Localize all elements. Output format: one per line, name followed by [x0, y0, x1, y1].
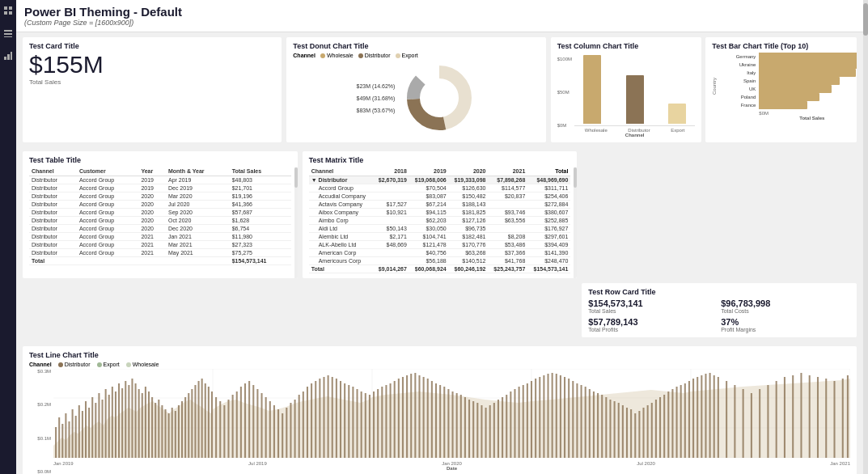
line-x-0: Jan 2019 — [53, 461, 74, 466]
svg-rect-181 — [676, 387, 678, 458]
svg-rect-178 — [663, 395, 665, 458]
matrix-row: Alembic Ltd$2,171$104,741$182,481$8,208$… — [309, 233, 571, 241]
svg-rect-109 — [377, 389, 379, 458]
svg-rect-108 — [373, 391, 375, 458]
bar-row-4: UK — [719, 85, 857, 93]
column-bars — [574, 53, 695, 126]
bar-label-6: France — [719, 103, 756, 108]
hbar-1 — [759, 61, 857, 69]
svg-rect-119 — [418, 375, 420, 458]
svg-rect-126 — [447, 389, 449, 458]
hbar-3 — [759, 77, 840, 85]
svg-rect-155 — [568, 379, 569, 458]
svg-rect-129 — [460, 395, 462, 458]
table-scroll-area[interactable]: Channel Customer Year Month & Year Total… — [29, 167, 291, 265]
svg-rect-41 — [118, 383, 120, 458]
col-y-2: $0M — [557, 123, 572, 128]
data-table: Channel Customer Year Month & Year Total… — [29, 167, 291, 265]
table-scrollbar-thumb[interactable] — [294, 167, 298, 188]
svg-rect-120 — [423, 377, 425, 458]
svg-rect-168 — [622, 405, 624, 458]
svg-rect-125 — [443, 387, 445, 458]
donut-label-2: $83M (53.67%) — [357, 108, 396, 113]
svg-rect-60 — [181, 401, 183, 458]
svg-rect-77 — [244, 383, 246, 458]
top-row: Test Card Title $155M Total Sales Test D… — [23, 37, 857, 142]
svg-rect-184 — [688, 381, 690, 458]
svg-rect-132 — [472, 401, 474, 458]
sidebar-icon-bar[interactable] — [2, 50, 14, 61]
svg-rect-85 — [277, 409, 279, 458]
svg-rect-70 — [215, 397, 217, 458]
svg-rect-68 — [208, 387, 210, 458]
svg-rect-197 — [767, 385, 768, 458]
table-scrollbar[interactable] — [294, 167, 298, 278]
svg-rect-164 — [605, 397, 607, 458]
bar-label-5: Poland — [719, 95, 756, 99]
svg-rect-136 — [489, 405, 491, 458]
svg-rect-65 — [198, 381, 200, 458]
svg-rect-3 — [9, 11, 12, 15]
column-widget: Test Column Chart Title $100M $50M $0M — [551, 37, 702, 142]
page-scrollbar[interactable] — [863, 0, 868, 474]
svg-rect-81 — [261, 393, 263, 458]
line-y-1: $0.2M — [29, 402, 51, 407]
matrix-scrollbar-thumb[interactable] — [574, 167, 577, 188]
svg-rect-48 — [142, 393, 143, 458]
svg-rect-193 — [734, 385, 735, 458]
matrix-scroll-area[interactable]: Channel 2018 2019 2020 2021 Total — [309, 167, 571, 273]
col-bar-0 — [574, 55, 610, 124]
svg-rect-160 — [589, 389, 591, 458]
matrix-col-3: 2020 — [449, 167, 489, 176]
page-scrollbar-thumb[interactable] — [863, 3, 868, 36]
sidebar-icon-grid[interactable] — [2, 5, 14, 16]
svg-rect-186 — [697, 377, 698, 458]
line-legend: Channel Distributor Export Wholesale — [29, 362, 850, 367]
svg-rect-156 — [572, 381, 574, 458]
svg-rect-175 — [651, 403, 653, 458]
svg-rect-161 — [593, 391, 595, 458]
svg-rect-117 — [410, 374, 412, 458]
svg-rect-50 — [148, 391, 150, 458]
svg-rect-100 — [340, 381, 341, 458]
legend-wholesale-dot — [320, 53, 325, 58]
sidebar-icon-list[interactable] — [2, 28, 14, 39]
svg-rect-73 — [227, 400, 229, 458]
col-year: Year — [138, 167, 166, 176]
bar-row-5: Poland — [719, 93, 857, 101]
legend-wholesale: Wholesale — [320, 53, 354, 58]
hbar-5 — [759, 93, 819, 101]
svg-rect-201 — [800, 373, 802, 458]
col-bar-2 — [659, 104, 695, 124]
matrix-header: Channel 2018 2019 2020 2021 Total — [309, 167, 571, 176]
matrix-row: Americours Corp$56,188$140,512$41,768$24… — [309, 257, 571, 265]
svg-rect-57 — [171, 408, 173, 458]
matrix-scrollbar[interactable] — [574, 167, 577, 278]
svg-rect-88 — [290, 403, 291, 458]
svg-rect-35 — [98, 393, 100, 458]
page-title: Power BI Theming - Default — [24, 5, 855, 19]
line-y-2: $0.1M — [29, 436, 51, 441]
svg-rect-138 — [498, 400, 499, 458]
svg-rect-23 — [58, 417, 60, 458]
matrix-widget: Test Matrix Title Channel 2018 2019 2020… — [303, 151, 578, 278]
svg-rect-63 — [191, 389, 193, 458]
svg-rect-194 — [743, 389, 744, 458]
donut-title: Test Donut Chart Title — [293, 42, 539, 50]
svg-rect-84 — [273, 405, 275, 458]
svg-rect-189 — [709, 373, 711, 458]
svg-rect-121 — [427, 379, 429, 458]
bar-row-6: France — [719, 101, 857, 109]
col-bar-export — [668, 104, 686, 124]
svg-rect-203 — [817, 377, 819, 458]
svg-rect-101 — [344, 383, 345, 458]
table-body: DistributorAccord Group2019Apr 2019$48,8… — [29, 176, 291, 257]
svg-rect-61 — [184, 397, 186, 458]
mrc-item-2: $57,789,143 Total Profits — [588, 317, 718, 332]
top-right-charts: Test Column Chart Title $100M $50M $0M — [551, 37, 857, 142]
svg-rect-143 — [519, 387, 520, 458]
mrc-item-1: $96,783,998 Total Costs — [721, 298, 850, 314]
svg-rect-205 — [833, 381, 835, 458]
hbar-4 — [759, 85, 832, 93]
svg-rect-86 — [282, 413, 283, 458]
